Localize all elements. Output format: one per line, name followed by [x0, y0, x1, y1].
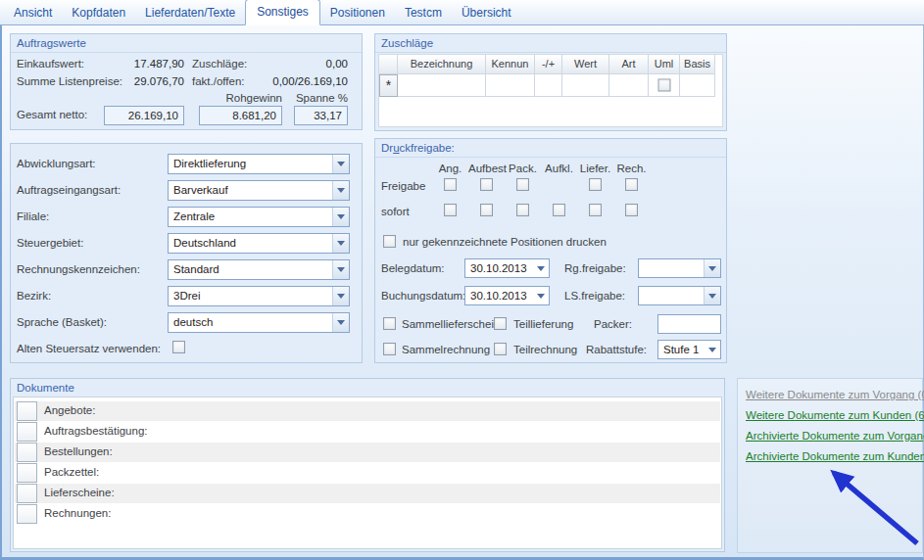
freigabe-pack-checkbox[interactable] [516, 178, 529, 191]
sammellieferschein-label: Sammellieferschein [402, 318, 500, 330]
steuergebiet-select[interactable]: Deutschland [168, 233, 350, 254]
tab-uebersicht[interactable]: Übersicht [452, 1, 521, 24]
teillieferung-checkbox[interactable] [494, 317, 507, 330]
freigabe-aufbest-checkbox[interactable] [480, 178, 493, 191]
bezirk-select[interactable]: 3Drei [168, 286, 350, 306]
rechnungskennzeichen-select[interactable]: Standard [168, 259, 350, 280]
filiale-select[interactable]: Zentrale [168, 207, 350, 227]
weitere-dokumente-vorgang-link[interactable]: Weitere Dokumente zum Vorgang (0) [746, 389, 924, 400]
rg-freigabe-value [639, 259, 704, 277]
alten-steuersatz-checkbox[interactable] [172, 341, 185, 353]
freigabe-ang-checkbox[interactable] [444, 178, 457, 191]
cell-wert[interactable] [562, 74, 609, 97]
chevron-down-icon[interactable] [532, 259, 549, 277]
only-marked-positions-checkbox[interactable] [383, 235, 396, 248]
chevron-down-icon[interactable] [332, 234, 349, 253]
chevron-down-icon[interactable] [332, 313, 349, 332]
cell-kennun[interactable] [486, 74, 535, 97]
tab-testcm[interactable]: Testcm [395, 1, 452, 24]
sofort-aufbest-checkbox[interactable] [480, 204, 493, 216]
freigabe-liefer-checkbox[interactable] [589, 178, 602, 191]
bestellungen-row-cell[interactable] [17, 443, 37, 462]
cell-plusminus[interactable] [535, 74, 562, 97]
filiale-label: Filiale: [17, 210, 49, 222]
col-pack: Pack. [505, 163, 541, 174]
chevron-down-icon[interactable] [332, 208, 349, 226]
chevron-down-icon[interactable] [704, 287, 720, 304]
packer-label: Packer: [594, 318, 632, 330]
auftragsbestaetigung-row-cell[interactable] [17, 422, 37, 442]
teilrechnung-checkbox[interactable] [494, 343, 507, 355]
angebote-row-cell[interactable] [17, 401, 37, 421]
zuschlaege-new-row: * [379, 74, 722, 97]
lieferscheine-row-cell[interactable] [17, 484, 37, 503]
buchungsdatum-label: Buchungsdatum: [381, 290, 465, 302]
tab-kopfdaten[interactable]: Kopfdaten [62, 1, 135, 24]
chevron-down-icon[interactable] [532, 287, 549, 304]
row-stripe [15, 484, 720, 503]
sammelrechnung-checkbox[interactable] [383, 343, 396, 355]
zuschlaege-table: Bezeichnung Kennun -/+ Wert Art Uml Basi… [378, 54, 723, 127]
auftragseingangsart-select[interactable]: Barverkauf [168, 180, 350, 201]
freigabe-aufkl-empty [541, 178, 577, 191]
teillieferung-label: Teillieferung [513, 318, 573, 330]
chevron-down-icon[interactable] [332, 260, 349, 279]
steuergebiet-value: Deutschland [169, 234, 332, 253]
sofort-pack-checkbox[interactable] [516, 204, 529, 216]
cell-bezeichnung[interactable] [398, 74, 486, 97]
weitere-dokumente-kunden-link[interactable]: Weitere Dokumente zum Kunden (6) [746, 409, 924, 421]
tab-sonstiges[interactable]: Sonstiges [245, 0, 320, 25]
fakt-offen-value: 0,00/26.169,10 [256, 75, 348, 87]
col-rech: Rech. [613, 163, 650, 174]
sprache-basket-select[interactable]: deutsch [168, 312, 350, 333]
col-ang: Ang. [432, 163, 468, 174]
tab-ansicht[interactable]: Ansicht [4, 1, 62, 24]
abwicklungsart-select[interactable]: Direktlieferung [168, 154, 350, 174]
alten-steuersatz-label: Alten Steuersatz verwenden: [17, 343, 161, 354]
ls-freigabe-value [639, 287, 704, 304]
buchungsdatum-datepicker[interactable]: 30.10.2013 [464, 286, 550, 305]
sofort-ang-checkbox[interactable] [444, 204, 457, 216]
cell-art[interactable] [609, 74, 649, 97]
new-row-marker[interactable]: * [379, 74, 398, 97]
rechnungen-row-cell[interactable] [17, 504, 37, 524]
only-marked-positions-label: nur gekennzeichnete Positionen drucken [403, 236, 607, 248]
einkaufswert-label: Einkaufswert: [17, 58, 84, 70]
zuschlaege-panel: Zuschläge Bezeichnung Kennun -/+ Wert Ar… [374, 33, 727, 131]
sofort-rech-checkbox[interactable] [625, 204, 638, 216]
packzettel-row-cell[interactable] [17, 463, 37, 483]
sammellieferschein-checkbox[interactable] [383, 317, 396, 330]
chevron-down-icon[interactable] [704, 341, 720, 358]
packzettel-label: Packzettel: [44, 463, 99, 478]
sofort-liefer-checkbox[interactable] [589, 204, 602, 216]
sofort-checkbox-row [432, 204, 650, 216]
col-aufkl: Aufkl. [541, 163, 577, 174]
ls-freigabe-label: LS.freigabe: [564, 290, 625, 302]
chevron-down-icon[interactable] [704, 259, 720, 277]
druckfreigabe-column-headers: Ang. Aufbest Pack. Aufkl. Liefer. Rech. [432, 163, 650, 174]
order-form-panel: Abwicklungsart: Direktlieferung Auftrags… [10, 143, 363, 363]
rechnungskennzeichen-label: Rechnungskennzeichen: [17, 263, 140, 275]
cell-basis[interactable] [680, 74, 715, 97]
chevron-down-icon[interactable] [332, 287, 349, 305]
col-wert: Wert [562, 55, 609, 74]
freigabe-rech-checkbox[interactable] [625, 178, 638, 191]
col-uml: Uml [649, 55, 680, 74]
belegdatum-datepicker[interactable]: 30.10.2013 [464, 258, 550, 278]
sofort-aufkl-checkbox[interactable] [553, 204, 565, 216]
tab-lieferdaten-texte[interactable]: Lieferdaten/Texte [135, 1, 245, 24]
chevron-down-icon[interactable] [332, 181, 349, 200]
tab-positionen[interactable]: Positionen [320, 1, 395, 24]
sprache-basket-value: deutsch [169, 313, 332, 332]
freigabe-row-label: Freigabe [381, 180, 425, 192]
packer-input[interactable] [657, 314, 721, 334]
freigabe-checkbox-row [432, 178, 650, 191]
uml-checkbox[interactable] [657, 79, 670, 92]
rohgewinn-value: 8.681,20 [199, 106, 282, 125]
rg-freigabe-select[interactable] [638, 258, 721, 278]
rabattstufe-select[interactable]: Stufe 1 [657, 340, 721, 359]
chevron-down-icon[interactable] [332, 155, 349, 173]
ls-freigabe-select[interactable] [638, 286, 721, 305]
archivierte-dokumente-vorgang-link[interactable]: Archivierte Dokumente zum Vorgang [746, 430, 924, 442]
archivierte-dokumente-kunden-link[interactable]: Archivierte Dokumente zum Kunden [746, 450, 924, 462]
